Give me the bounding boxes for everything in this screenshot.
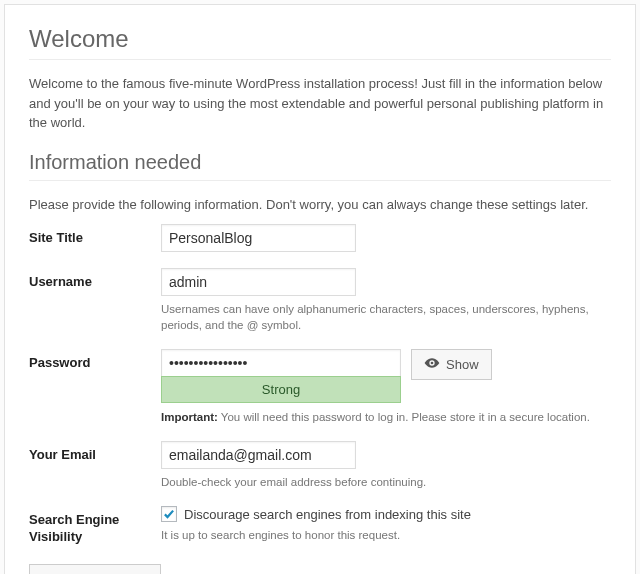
label-password: Password [29, 349, 161, 370]
help-password: Important: You will need this password t… [161, 409, 611, 425]
help-email: Double-check your email address before c… [161, 474, 611, 490]
intro-text: Welcome to the famous five-minute WordPr… [29, 74, 611, 133]
row-password: Password Strong Show Important: You will… [29, 349, 611, 425]
label-email: Your Email [29, 441, 161, 462]
info-heading: Information needed [29, 151, 611, 174]
divider [29, 180, 611, 181]
help-username: Usernames can have only alphanumeric cha… [161, 301, 611, 333]
label-search-engine: Search Engine Visibility [29, 506, 161, 546]
username-input[interactable] [161, 268, 356, 296]
show-password-button[interactable]: Show [411, 349, 492, 380]
label-username: Username [29, 268, 161, 289]
welcome-heading: Welcome [29, 25, 611, 53]
password-strength-badge: Strong [161, 376, 401, 403]
label-site-title: Site Title [29, 224, 161, 245]
search-engine-checkbox[interactable] [161, 506, 177, 522]
email-input[interactable] [161, 441, 356, 469]
divider [29, 59, 611, 60]
password-input[interactable] [161, 349, 401, 377]
row-site-title: Site Title [29, 224, 611, 252]
eye-icon [424, 355, 440, 374]
site-title-input[interactable] [161, 224, 356, 252]
install-form-card: Welcome Welcome to the famous five-minut… [4, 4, 636, 574]
row-email: Your Email Double-check your email addre… [29, 441, 611, 490]
help-search-engine: It is up to search engines to honor this… [161, 527, 611, 543]
search-engine-checkbox-label: Discourage search engines from indexing … [184, 507, 471, 522]
info-text: Please provide the following information… [29, 195, 611, 215]
check-icon [163, 508, 175, 520]
install-wordpress-button[interactable]: Install WordPress [29, 564, 161, 574]
row-search-engine: Search Engine Visibility Discourage sear… [29, 506, 611, 546]
row-username: Username Usernames can have only alphanu… [29, 268, 611, 333]
show-password-label: Show [446, 357, 479, 372]
